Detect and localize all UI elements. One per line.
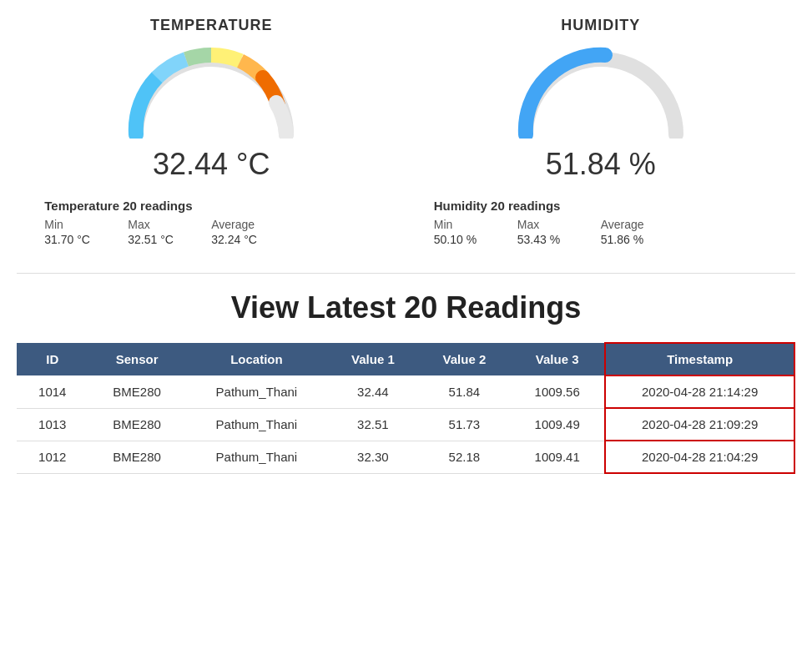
cell-r1-c3: 32.51 <box>327 408 419 441</box>
temp-header-avg: Average <box>211 218 270 231</box>
hum-max: 53.43 % <box>517 233 576 246</box>
cell-r0-c6: 2020-04-28 21:14:29 <box>605 375 794 408</box>
humidity-title: HUMIDITY <box>561 17 640 34</box>
cell-r2-c1: BME280 <box>88 441 186 473</box>
temp-max: 32.51 °C <box>128 233 186 246</box>
temperature-stats: Temperature 20 readings Min Max Average … <box>36 199 386 248</box>
temperature-gauge <box>119 43 303 139</box>
temp-min: 31.70 °C <box>44 233 103 246</box>
table-row: 1013BME280Pathum_Thani32.5151.731009.492… <box>17 408 794 441</box>
hum-header-max: Max <box>517 218 576 231</box>
col-timestamp: Timestamp <box>605 343 794 375</box>
cell-r0-c1: BME280 <box>88 375 186 408</box>
temperature-stats-title: Temperature 20 readings <box>44 199 378 213</box>
readings-table: ID Sensor Location Value 1 Value 2 Value… <box>17 342 795 474</box>
col-value1: Value 1 <box>327 343 419 375</box>
cell-r1-c2: Pathum_Thani <box>186 408 327 441</box>
col-id: ID <box>17 343 88 375</box>
temperature-stats-values: 31.70 °C 32.51 °C 32.24 °C <box>44 233 378 246</box>
humidity-stats: Humidity 20 readings Min Max Average 50.… <box>426 199 776 248</box>
cell-r1-c0: 1013 <box>17 408 88 441</box>
humidity-stats-title: Humidity 20 readings <box>434 199 768 213</box>
cell-r0-c0: 1014 <box>17 375 88 408</box>
humidity-stats-headers: Min Max Average <box>434 218 768 231</box>
cell-r0-c5: 1009.56 <box>510 375 605 408</box>
cell-r0-c2: Pathum_Thani <box>186 375 327 408</box>
top-section: TEMPERATURE 32.44 °C Temperature 20 read… <box>17 17 795 248</box>
temperature-gauge-svg <box>119 43 303 139</box>
temperature-stats-headers: Min Max Average <box>44 218 378 231</box>
temp-header-max: Max <box>128 218 186 231</box>
section-title: View Latest 20 Readings <box>17 290 795 325</box>
cell-r1-c4: 51.73 <box>419 408 511 441</box>
cell-r1-c6: 2020-04-28 21:09:29 <box>605 408 794 441</box>
cell-r2-c6: 2020-04-28 21:04:29 <box>605 441 794 473</box>
col-value2: Value 2 <box>419 343 511 375</box>
temp-header-min: Min <box>44 218 103 231</box>
temperature-value: 32.44 °C <box>153 147 270 182</box>
hum-min: 50.10 % <box>434 233 492 246</box>
table-header: ID Sensor Location Value 1 Value 2 Value… <box>17 343 794 375</box>
cell-r2-c3: 32.30 <box>327 441 419 473</box>
cell-r1-c1: BME280 <box>88 408 186 441</box>
cell-r2-c4: 52.18 <box>419 441 511 473</box>
hum-header-avg: Average <box>601 218 659 231</box>
table-row: 1012BME280Pathum_Thani32.3052.181009.412… <box>17 441 794 473</box>
cell-r2-c5: 1009.41 <box>510 441 605 473</box>
hum-avg: 51.86 % <box>601 233 659 246</box>
temperature-title: TEMPERATURE <box>150 17 273 34</box>
humidity-gauge <box>509 43 693 139</box>
readings-table-wrapper: ID Sensor Location Value 1 Value 2 Value… <box>17 342 795 474</box>
temperature-block: TEMPERATURE 32.44 °C Temperature 20 read… <box>36 17 386 248</box>
humidity-block: HUMIDITY 51.84 % Humidity 20 readings Mi… <box>426 17 776 248</box>
cell-r2-c0: 1012 <box>17 441 88 473</box>
humidity-stats-values: 50.10 % 53.43 % 51.86 % <box>434 233 768 246</box>
cell-r1-c5: 1009.49 <box>510 408 605 441</box>
cell-r0-c3: 32.44 <box>327 375 419 408</box>
humidity-value: 51.84 % <box>546 147 656 182</box>
humidity-gauge-svg <box>509 43 693 139</box>
table-row: 1014BME280Pathum_Thani32.4451.841009.562… <box>17 375 794 408</box>
col-value3: Value 3 <box>510 343 605 375</box>
cell-r0-c4: 51.84 <box>419 375 511 408</box>
section-divider <box>17 273 795 274</box>
col-sensor: Sensor <box>88 343 186 375</box>
col-location: Location <box>186 343 327 375</box>
cell-r2-c2: Pathum_Thani <box>186 441 327 473</box>
table-body: 1014BME280Pathum_Thani32.4451.841009.562… <box>17 375 794 473</box>
table-header-row: ID Sensor Location Value 1 Value 2 Value… <box>17 343 794 375</box>
temp-avg: 32.24 °C <box>211 233 270 246</box>
hum-header-min: Min <box>434 218 492 231</box>
